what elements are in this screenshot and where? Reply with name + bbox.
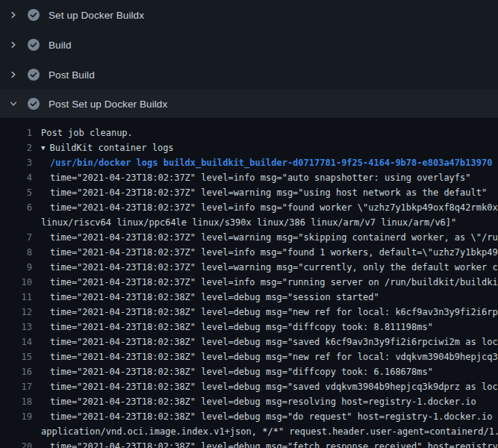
log-row: 18 time="2021-04-23T18:02:38Z" level=deb… <box>0 394 498 409</box>
chevron-right-icon <box>7 9 19 21</box>
log-row: 7 time="2021-04-23T18:02:37Z" level=warn… <box>0 230 498 245</box>
log-line-text: time="2021-04-23T18:02:38Z" level=debug … <box>50 335 498 349</box>
log-container: 1 Post job cleanup. 2 ▼BuildKit containe… <box>0 118 498 448</box>
check-circle-icon <box>28 9 40 21</box>
actions-log-viewer: Set up Docker Buildx Build P <box>0 0 498 448</box>
log-line-number[interactable]: 3 <box>0 155 32 170</box>
log-line-number[interactable]: 15 <box>0 349 32 364</box>
log-line-text: linux/riscv64 linux/ppc64le linux/s390x … <box>41 215 456 230</box>
log-line-text: time="2021-04-23T18:02:37Z" level=info m… <box>50 170 471 185</box>
log-row: linux/riscv64 linux/ppc64le linux/s390x … <box>0 215 498 230</box>
log-line-number[interactable]: 11 <box>0 290 32 305</box>
log-line-text: time="2021-04-23T18:02:37Z" level=info m… <box>50 275 498 290</box>
log-line-number <box>0 424 32 439</box>
log-line-number[interactable]: 7 <box>0 230 32 245</box>
log-row: 15 time="2021-04-23T18:02:38Z" level=deb… <box>0 349 498 364</box>
log-line-text: time="2021-04-23T18:02:37Z" level=warnin… <box>50 230 498 245</box>
log-line-number[interactable]: 5 <box>0 185 32 200</box>
log-line-number[interactable]: 19 <box>0 409 32 424</box>
step-label: Post Build <box>49 69 95 81</box>
log-line-number <box>0 215 32 230</box>
log-line-number[interactable]: 20 <box>0 439 32 448</box>
chevron-right-icon <box>7 69 19 81</box>
step-header-2[interactable]: Post Build <box>0 60 498 90</box>
chevron-right-icon <box>7 39 19 51</box>
check-circle-icon <box>28 39 40 51</box>
log-line-number[interactable]: 16 <box>0 364 32 379</box>
log-line-text: Post job cleanup. <box>41 125 133 140</box>
log-line-number[interactable]: 1 <box>0 125 32 140</box>
log-line-number[interactable]: 17 <box>0 379 32 394</box>
step-header-1[interactable]: Build <box>0 30 498 60</box>
log-row: 10 time="2021-04-23T18:02:37Z" level=inf… <box>0 275 498 290</box>
log-line-number[interactable]: 18 <box>0 394 32 409</box>
log-line-number[interactable]: 10 <box>0 275 32 290</box>
log-line-text: time="2021-04-23T18:02:38Z" level=debug … <box>50 379 498 394</box>
steps-list: Set up Docker Buildx Build P <box>0 0 498 118</box>
log-line-number[interactable]: 13 <box>0 320 32 335</box>
log-line-text: time="2021-04-23T18:02:38Z" level=debug … <box>50 305 498 320</box>
log-line-text: time="2021-04-23T18:02:38Z" level=debug … <box>50 439 498 448</box>
log-line-number[interactable]: 14 <box>0 335 32 349</box>
log-row: 14 time="2021-04-23T18:02:38Z" level=deb… <box>0 335 498 349</box>
log-group-title[interactable]: BuildKit container logs <box>49 143 173 153</box>
step-header-3[interactable]: Post Set up Docker Buildx <box>0 90 498 118</box>
log-line-number[interactable]: 8 <box>0 245 32 260</box>
log-row: 8 time="2021-04-23T18:02:37Z" level=info… <box>0 245 498 260</box>
log-line-text: time="2021-04-23T18:02:38Z" level=debug … <box>50 409 498 424</box>
log-line-text: time="2021-04-23T18:02:37Z" level=warnin… <box>50 260 498 275</box>
log-line-text: time="2021-04-23T18:02:38Z" level=debug … <box>50 290 379 305</box>
log-line-text: time="2021-04-23T18:02:37Z" level=info m… <box>50 200 498 215</box>
log-row: 13 time="2021-04-23T18:02:38Z" level=deb… <box>0 320 498 335</box>
log-line-text: time="2021-04-23T18:02:38Z" level=debug … <box>50 320 433 335</box>
log-row: 1 Post job cleanup. <box>0 125 498 140</box>
log-line-number[interactable]: 9 <box>0 260 32 275</box>
log-row: 12 time="2021-04-23T18:02:38Z" level=deb… <box>0 305 498 320</box>
log-line-text: time="2021-04-23T18:02:37Z" level=info m… <box>50 245 498 260</box>
log-line-text: time="2021-04-23T18:02:38Z" level=debug … <box>50 394 476 409</box>
step-label: Set up Docker Buildx <box>49 10 144 21</box>
check-circle-icon <box>28 69 40 81</box>
log-row: 20 time="2021-04-23T18:02:38Z" level=deb… <box>0 439 498 448</box>
check-circle-icon <box>28 98 40 110</box>
chevron-down-icon <box>7 98 19 110</box>
log-row: application/vnd.oci.image.index.v1+json,… <box>0 424 498 439</box>
log-row: 6 time="2021-04-23T18:02:37Z" level=info… <box>0 200 498 215</box>
log-line-text: ▼BuildKit container logs <box>41 140 174 155</box>
log-row: 5 time="2021-04-23T18:02:37Z" level=warn… <box>0 185 498 200</box>
log-line-number[interactable]: 12 <box>0 305 32 320</box>
log-row: 9 time="2021-04-23T18:02:37Z" level=warn… <box>0 260 498 275</box>
step-label: Build <box>49 40 72 51</box>
log-line-number[interactable]: 2 <box>0 140 32 155</box>
log-line-text: /usr/bin/docker logs buildx_buildkit_bui… <box>50 155 492 170</box>
log-row: 3 /usr/bin/docker logs buildx_buildkit_b… <box>0 155 498 170</box>
log-row: 2 ▼BuildKit container logs <box>0 140 498 155</box>
step-header-0[interactable]: Set up Docker Buildx <box>0 0 498 30</box>
log-row: 4 time="2021-04-23T18:02:37Z" level=info… <box>0 170 498 185</box>
log-line-text: time="2021-04-23T18:02:37Z" level=warnin… <box>50 185 487 200</box>
log-row: 11 time="2021-04-23T18:02:38Z" level=deb… <box>0 290 498 305</box>
step-label: Post Set up Docker Buildx <box>49 99 167 110</box>
log-line-number[interactable]: 6 <box>0 200 32 215</box>
log-line-text: application/vnd.oci.image.index.v1+json,… <box>41 424 498 439</box>
triangle-down-icon: ▼ <box>41 140 45 155</box>
log-line-text: time="2021-04-23T18:02:38Z" level=debug … <box>50 364 433 379</box>
log-row: 19 time="2021-04-23T18:02:38Z" level=deb… <box>0 409 498 424</box>
log-row: 17 time="2021-04-23T18:02:38Z" level=deb… <box>0 379 498 394</box>
log-row: 16 time="2021-04-23T18:02:38Z" level=deb… <box>0 364 498 379</box>
log-line-text: time="2021-04-23T18:02:38Z" level=debug … <box>50 349 498 364</box>
log-line-number[interactable]: 4 <box>0 170 32 185</box>
